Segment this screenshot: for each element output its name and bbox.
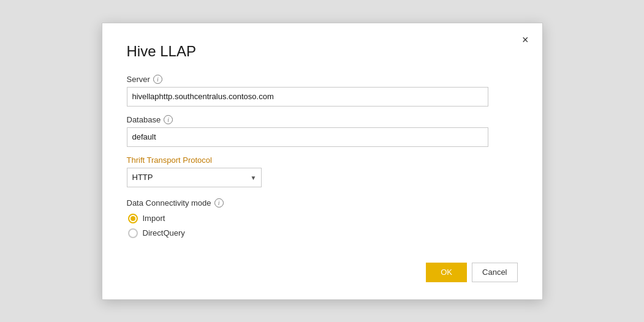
dialog-overlay: × Hive LLAP Server i Database i Thrift T…	[0, 0, 644, 322]
radio-import-button[interactable]	[128, 214, 138, 223]
cancel-button[interactable]: Cancel	[472, 263, 517, 282]
radio-item-directquery[interactable]: DirectQuery	[128, 228, 518, 238]
radio-import-label: Import	[143, 214, 165, 223]
database-label: Database i	[127, 115, 518, 124]
dialog-footer: OK Cancel	[127, 250, 518, 282]
server-label: Server i	[127, 75, 518, 84]
server-field-group: Server i	[127, 75, 518, 107]
thrift-transport-select-wrapper: HTTP Binary SASL ▼	[127, 168, 262, 187]
radio-directquery-label: DirectQuery	[143, 228, 185, 238]
connectivity-info-icon[interactable]: i	[214, 198, 224, 208]
radio-item-import[interactable]: Import	[128, 214, 518, 223]
thrift-transport-select[interactable]: HTTP Binary SASL	[127, 168, 262, 187]
close-button[interactable]: ×	[520, 32, 531, 48]
server-input[interactable]	[127, 87, 488, 107]
thrift-transport-group: Thrift Transport Protocol HTTP Binary SA…	[127, 155, 518, 187]
radio-directquery-button[interactable]	[128, 228, 138, 238]
ok-button[interactable]: OK	[426, 263, 467, 282]
server-info-icon[interactable]: i	[153, 75, 162, 84]
thrift-transport-label: Thrift Transport Protocol	[127, 155, 518, 165]
dialog-title: Hive LLAP	[127, 43, 518, 60]
database-field-group: Database i	[127, 115, 518, 147]
connectivity-section: Data Connectivity mode i Import DirectQu…	[127, 198, 518, 238]
database-info-icon[interactable]: i	[164, 115, 173, 124]
database-input[interactable]	[127, 127, 488, 147]
dialog: × Hive LLAP Server i Database i Thrift T…	[102, 23, 543, 300]
connectivity-label: Data Connectivity mode i	[127, 198, 518, 208]
radio-group: Import DirectQuery	[128, 214, 518, 238]
